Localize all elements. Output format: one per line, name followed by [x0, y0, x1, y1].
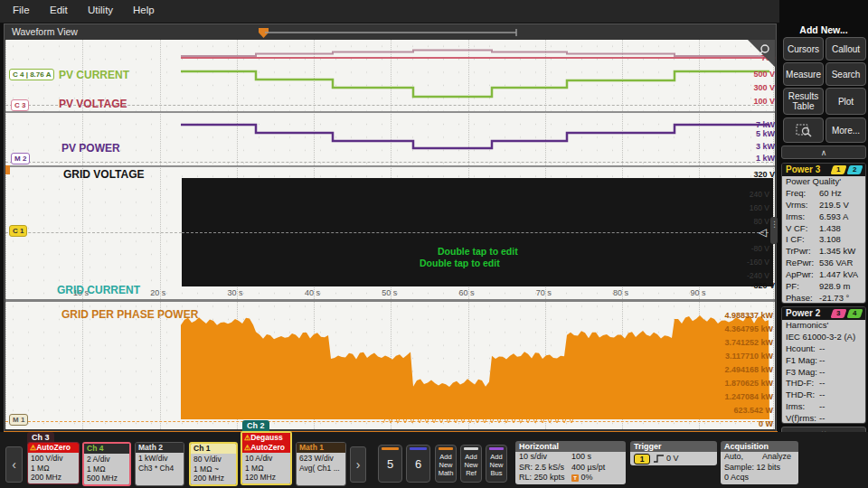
grid-voltage-scale-top: 320 V	[712, 170, 775, 179]
time-label-7: 80 s	[613, 288, 628, 297]
power3-value-10: -21.73 °	[819, 293, 849, 303]
callout-button[interactable]: Callout	[826, 37, 866, 61]
ch2-badge[interactable]: ⚠Degauss ⚠AutoZero 10 A/div 1 MΩ 120 MHz	[241, 431, 292, 485]
grid-power-scale-3: 3.117710 kW	[710, 352, 773, 361]
time-label-3: 40 s	[305, 288, 320, 297]
ch3-scale: 100 V/div	[31, 454, 76, 464]
ch4-impedance: 1 MΩ	[87, 465, 127, 474]
slot5-badge[interactable]: 5	[378, 445, 402, 483]
overlay-double-tap-2[interactable]: Double tap to edit	[420, 258, 500, 268]
search-button[interactable]: Search	[826, 62, 866, 86]
ch2-impedance: 1 MΩ	[245, 464, 288, 474]
ch3-autozero-banner[interactable]: ⚠AutoZero	[28, 443, 79, 453]
power2-title: Power 2	[786, 308, 820, 318]
corner-zoom-button[interactable]	[748, 40, 775, 67]
power3-title: Power 3	[786, 164, 820, 174]
scroll-right-button[interactable]: ›	[350, 446, 366, 483]
horizontal-title: Horizontal	[515, 441, 626, 452]
overlay-double-tap-1[interactable]: Double tap to edit	[438, 246, 518, 257]
horizontal-window: 100 s	[571, 452, 591, 461]
grid-power-scale-2: 3.741252 kW	[710, 338, 773, 347]
box-resize-arrow[interactable]: ◁	[759, 226, 767, 239]
m2-channel-badge[interactable]: M 2	[11, 153, 30, 164]
menu-file[interactable]: File	[13, 5, 30, 15]
acquisition-panel[interactable]: Acquisition Auto,Analyze Sample: 12 bits…	[721, 441, 798, 484]
math-color-stripe	[439, 447, 453, 450]
ch3-impedance: 1 MΩ	[31, 464, 76, 474]
results-table-button[interactable]: Results Table	[783, 88, 824, 115]
measure-button[interactable]: Measure	[783, 62, 824, 86]
panel-drag-handle[interactable]: ⋮	[770, 217, 778, 244]
label-grid-current: GRID CURRENT	[57, 284, 140, 296]
power3-label-5: I CF:	[786, 234, 805, 244]
ch4-bandwidth: 500 MHz	[87, 474, 127, 483]
power3-label-0: Power Quality'	[786, 176, 841, 186]
ch2-scale: 10 A/div	[245, 454, 288, 464]
ch1-badge[interactable]: Ch 1 80 V/div 1 MΩ ~ 200 MHz	[189, 442, 238, 486]
menu-edit[interactable]: Edit	[50, 5, 68, 15]
power2-row-3: F1 Mag:--	[782, 355, 865, 367]
grid-voltage-inner-scale: -160 V	[733, 258, 769, 267]
power3-row-3: Irms:6.593 A	[782, 211, 865, 223]
math1-expression: Avg( Ch1 ...	[299, 464, 343, 474]
add-new-ref-button[interactable]: AddNewRef	[460, 445, 482, 483]
ch2-degauss-banner[interactable]: ⚠Degauss	[242, 433, 290, 443]
power3-row-4: V CF:1.438	[782, 223, 865, 235]
power3-source2-badge: 2	[846, 165, 863, 174]
label-grid-voltage: GRID VOLTAGE	[63, 168, 145, 181]
menu-utility[interactable]: Utility	[88, 5, 113, 15]
pv-power-scale-1: 5 kW	[712, 129, 775, 138]
add-new-bus-button[interactable]: AddNewBus	[486, 445, 507, 483]
power3-row-7: RePwr:536 VAR	[782, 258, 865, 269]
zoom-capture-icon	[796, 123, 812, 137]
acq-mode: Auto,	[724, 452, 743, 461]
section-divider-3	[5, 299, 775, 302]
power3-value-2: 219.5 V	[819, 200, 849, 210]
graticule-division-2	[160, 40, 161, 429]
c1-channel-badge[interactable]: C 1	[9, 225, 27, 237]
power2-label-3: F1 Mag:	[786, 355, 817, 365]
power3-header[interactable]: Power 3 1 2	[782, 164, 865, 176]
ch2-tab[interactable]: Ch 2	[242, 420, 269, 431]
power3-label-6: TrPwr:	[786, 246, 811, 256]
ch4-name: Ch 4	[84, 444, 129, 454]
acq-count: 0 Acqs	[724, 473, 749, 482]
pv-power-scale-3: 1 kW	[712, 154, 775, 163]
power2-label-7: Irms:	[786, 401, 805, 411]
power2-row-1: IEC 61000-3-2 (A)	[782, 332, 865, 343]
ch2-autozero-banner[interactable]: ⚠AutoZero	[242, 443, 290, 453]
trigger-position-indicator[interactable]	[5, 24, 778, 40]
c3-channel-badge[interactable]: C 3	[11, 99, 29, 111]
c4-channel-badge[interactable]: C 4 | 8.76 A	[9, 69, 54, 80]
plot-button[interactable]: Plot	[826, 88, 866, 115]
math1-badge[interactable]: Math 1 623 W/div Avg( Ch1 ...	[296, 442, 346, 486]
power2-panel[interactable]: Power 2 3 4 Harmonics'IEC 61000-3-2 (A)H…	[781, 306, 866, 424]
pv-power-scale-2: 3 kW	[712, 142, 775, 151]
cursors-button[interactable]: Cursors	[783, 37, 824, 61]
ref-color-stripe	[464, 447, 478, 450]
power3-panel[interactable]: Power 3 1 2 Power Quality'Freq:60 HzVrms…	[781, 163, 866, 304]
power2-header[interactable]: Power 2 3 4	[782, 307, 865, 320]
power2-label-1: IEC 61000-3-2 (A)	[786, 332, 855, 342]
grid-power-scale-4: 2.494168 kW	[710, 365, 773, 374]
power2-row-2: Hcount:--	[782, 343, 865, 355]
trigger-panel[interactable]: Trigger 1 0 V	[630, 441, 717, 465]
c1-level-line-inside	[182, 232, 773, 233]
power2-label-6: THD-R:	[786, 389, 815, 399]
grid-power-scale-0: 4.988337 kW	[710, 311, 773, 320]
menu-help[interactable]: Help	[133, 5, 155, 15]
slot6-badge[interactable]: 6	[406, 445, 430, 483]
time-label-6: 70 s	[536, 288, 552, 297]
power2-value-7: --	[819, 401, 825, 411]
power3-value-1: 60 Hz	[819, 188, 842, 198]
ch3-badge[interactable]: ⚠AutoZero 100 V/div 1 MΩ 200 MHz	[27, 442, 80, 484]
ch4-badge[interactable]: Ch 4 2 A/div 1 MΩ 500 MHz	[82, 442, 131, 486]
m1-channel-badge[interactable]: M 1	[9, 414, 28, 426]
more-button[interactable]: More...	[826, 117, 866, 143]
horizontal-panel[interactable]: Horizontal 10 s/div100 s SR: 2.5 kS/s400…	[515, 441, 626, 484]
collapse-up-button[interactable]: ∧	[781, 145, 866, 159]
add-new-math-button[interactable]: AddNewMath	[435, 445, 457, 483]
math2-badge[interactable]: Math 2 1 kW/div Ch3 * Ch4	[135, 442, 184, 486]
scroll-left-button[interactable]: ‹	[5, 446, 23, 483]
zoom-capture-button[interactable]	[783, 117, 824, 143]
